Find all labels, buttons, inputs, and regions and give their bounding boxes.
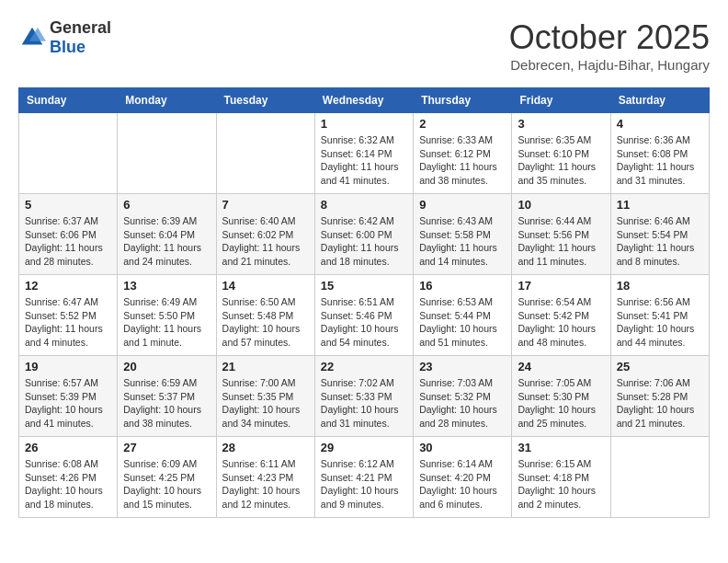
day-info: Sunrise: 6:12 AMSunset: 4:21 PMDaylight:… — [321, 457, 407, 511]
day-info: Sunrise: 6:39 AMSunset: 6:04 PMDaylight:… — [123, 214, 210, 269]
day-number: 18 — [617, 279, 703, 293]
calendar-cell: 29Sunrise: 6:12 AMSunset: 4:21 PMDayligh… — [314, 437, 413, 518]
calendar-cell: 8Sunrise: 6:42 AMSunset: 6:00 PMDaylight… — [314, 194, 413, 275]
day-number: 24 — [518, 360, 604, 373]
header-cell-friday: Friday — [512, 88, 610, 113]
day-info: Sunrise: 6:49 AMSunset: 5:50 PMDaylight:… — [123, 295, 210, 350]
day-number: 8 — [321, 198, 407, 212]
day-info: Sunrise: 6:54 AMSunset: 5:42 PMDaylight:… — [518, 295, 604, 350]
day-info: Sunrise: 6:44 AMSunset: 5:56 PMDaylight:… — [518, 214, 604, 269]
header-row: SundayMondayTuesdayWednesdayThursdayFrid… — [19, 88, 710, 113]
day-info: Sunrise: 7:03 AMSunset: 5:32 PMDaylight:… — [419, 376, 506, 431]
calendar-cell: 20Sunrise: 6:59 AMSunset: 5:37 PMDayligh… — [118, 356, 216, 437]
header-cell-sunday: Sunday — [19, 88, 118, 113]
day-number: 29 — [321, 441, 407, 454]
calendar-week-2: 5Sunrise: 6:37 AMSunset: 6:06 PMDaylight… — [19, 194, 710, 275]
calendar-cell: 19Sunrise: 6:57 AMSunset: 5:39 PMDayligh… — [19, 356, 118, 437]
calendar-week-4: 19Sunrise: 6:57 AMSunset: 5:39 PMDayligh… — [19, 356, 710, 437]
day-info: Sunrise: 6:40 AMSunset: 6:02 PMDaylight:… — [222, 214, 309, 269]
calendar-body: 1Sunrise: 6:32 AMSunset: 6:14 PMDaylight… — [19, 113, 710, 518]
calendar-cell: 6Sunrise: 6:39 AMSunset: 6:04 PMDaylight… — [118, 194, 216, 275]
calendar-cell: 1Sunrise: 6:32 AMSunset: 6:14 PMDaylight… — [314, 113, 413, 194]
calendar-cell: 12Sunrise: 6:47 AMSunset: 5:52 PMDayligh… — [19, 275, 118, 356]
day-info: Sunrise: 6:37 AMSunset: 6:06 PMDaylight:… — [25, 214, 111, 269]
header-cell-saturday: Saturday — [610, 88, 709, 113]
day-number: 17 — [518, 279, 604, 293]
calendar-cell: 3Sunrise: 6:35 AMSunset: 6:10 PMDaylight… — [512, 113, 610, 194]
calendar-week-3: 12Sunrise: 6:47 AMSunset: 5:52 PMDayligh… — [19, 275, 710, 356]
day-number: 23 — [419, 360, 506, 373]
day-info: Sunrise: 6:53 AMSunset: 5:44 PMDaylight:… — [419, 295, 506, 350]
header-cell-wednesday: Wednesday — [314, 88, 413, 113]
calendar-week-1: 1Sunrise: 6:32 AMSunset: 6:14 PMDaylight… — [19, 113, 710, 194]
day-number: 20 — [123, 360, 210, 373]
day-number: 25 — [617, 360, 703, 373]
header-cell-thursday: Thursday — [414, 88, 512, 113]
day-number: 19 — [25, 360, 111, 373]
calendar-cell: 7Sunrise: 6:40 AMSunset: 6:02 PMDaylight… — [216, 194, 314, 275]
day-number: 16 — [419, 279, 506, 293]
calendar-cell — [216, 113, 314, 194]
day-number: 28 — [222, 441, 309, 454]
calendar-cell: 18Sunrise: 6:56 AMSunset: 5:41 PMDayligh… — [610, 275, 709, 356]
logo-blue: Blue — [50, 38, 111, 57]
calendar-cell: 10Sunrise: 6:44 AMSunset: 5:56 PMDayligh… — [512, 194, 610, 275]
page-header: General Blue October 2025 Debrecen, Hajd… — [18, 18, 710, 73]
day-info: Sunrise: 6:59 AMSunset: 5:37 PMDaylight:… — [123, 376, 210, 431]
day-number: 7 — [222, 198, 309, 212]
calendar-cell: 16Sunrise: 6:53 AMSunset: 5:44 PMDayligh… — [414, 275, 512, 356]
calendar-cell: 2Sunrise: 6:33 AMSunset: 6:12 PMDaylight… — [414, 113, 512, 194]
day-number: 13 — [123, 279, 210, 293]
calendar-cell: 26Sunrise: 6:08 AMSunset: 4:26 PMDayligh… — [19, 437, 118, 518]
calendar-cell — [610, 437, 709, 518]
day-number: 4 — [617, 117, 703, 131]
calendar-cell — [19, 113, 118, 194]
title-block: October 2025 Debrecen, Hajdu-Bihar, Hung… — [509, 18, 710, 73]
day-number: 14 — [222, 279, 309, 293]
day-info: Sunrise: 6:57 AMSunset: 5:39 PMDaylight:… — [25, 376, 111, 431]
day-number: 10 — [518, 198, 604, 212]
calendar-table: SundayMondayTuesdayWednesdayThursdayFrid… — [18, 87, 710, 518]
day-info: Sunrise: 6:56 AMSunset: 5:41 PMDaylight:… — [617, 295, 703, 350]
day-info: Sunrise: 6:46 AMSunset: 5:54 PMDaylight:… — [617, 214, 703, 269]
day-info: Sunrise: 6:11 AMSunset: 4:23 PMDaylight:… — [222, 457, 309, 511]
day-info: Sunrise: 6:42 AMSunset: 6:00 PMDaylight:… — [321, 214, 407, 269]
day-info: Sunrise: 6:08 AMSunset: 4:26 PMDaylight:… — [25, 457, 111, 511]
logo-general: General — [50, 18, 111, 38]
day-number: 2 — [419, 117, 506, 131]
calendar-header: SundayMondayTuesdayWednesdayThursdayFrid… — [19, 88, 710, 113]
day-info: Sunrise: 6:35 AMSunset: 6:10 PMDaylight:… — [518, 133, 604, 188]
day-number: 3 — [518, 117, 604, 131]
day-info: Sunrise: 7:05 AMSunset: 5:30 PMDaylight:… — [518, 376, 604, 431]
day-info: Sunrise: 6:15 AMSunset: 4:18 PMDaylight:… — [518, 457, 604, 511]
calendar-cell: 11Sunrise: 6:46 AMSunset: 5:54 PMDayligh… — [610, 194, 709, 275]
day-number: 12 — [25, 279, 111, 293]
calendar-cell: 23Sunrise: 7:03 AMSunset: 5:32 PMDayligh… — [414, 356, 512, 437]
calendar-cell: 4Sunrise: 6:36 AMSunset: 6:08 PMDaylight… — [610, 113, 709, 194]
day-info: Sunrise: 6:33 AMSunset: 6:12 PMDaylight:… — [419, 133, 506, 188]
header-cell-monday: Monday — [118, 88, 216, 113]
day-number: 31 — [518, 441, 604, 454]
calendar-cell: 9Sunrise: 6:43 AMSunset: 5:58 PMDaylight… — [414, 194, 512, 275]
day-info: Sunrise: 6:09 AMSunset: 4:25 PMDaylight:… — [123, 457, 210, 511]
day-info: Sunrise: 6:36 AMSunset: 6:08 PMDaylight:… — [617, 133, 703, 188]
day-number: 21 — [222, 360, 309, 373]
calendar-cell: 31Sunrise: 6:15 AMSunset: 4:18 PMDayligh… — [512, 437, 610, 518]
month-title: October 2025 — [509, 18, 710, 57]
day-info: Sunrise: 7:02 AMSunset: 5:33 PMDaylight:… — [321, 376, 407, 431]
calendar-cell: 21Sunrise: 7:00 AMSunset: 5:35 PMDayligh… — [216, 356, 314, 437]
calendar-cell: 24Sunrise: 7:05 AMSunset: 5:30 PMDayligh… — [512, 356, 610, 437]
calendar-cell: 14Sunrise: 6:50 AMSunset: 5:48 PMDayligh… — [216, 275, 314, 356]
day-number: 1 — [321, 117, 407, 131]
logo-icon — [18, 24, 46, 52]
logo: General Blue — [18, 18, 111, 57]
day-info: Sunrise: 6:14 AMSunset: 4:20 PMDaylight:… — [419, 457, 506, 511]
day-info: Sunrise: 7:00 AMSunset: 5:35 PMDaylight:… — [222, 376, 309, 431]
day-info: Sunrise: 6:50 AMSunset: 5:48 PMDaylight:… — [222, 295, 309, 350]
day-number: 27 — [123, 441, 210, 454]
calendar-cell: 5Sunrise: 6:37 AMSunset: 6:06 PMDaylight… — [19, 194, 118, 275]
calendar-cell: 25Sunrise: 7:06 AMSunset: 5:28 PMDayligh… — [610, 356, 709, 437]
day-info: Sunrise: 6:32 AMSunset: 6:14 PMDaylight:… — [321, 133, 407, 188]
day-number: 30 — [419, 441, 506, 454]
day-number: 22 — [321, 360, 407, 373]
